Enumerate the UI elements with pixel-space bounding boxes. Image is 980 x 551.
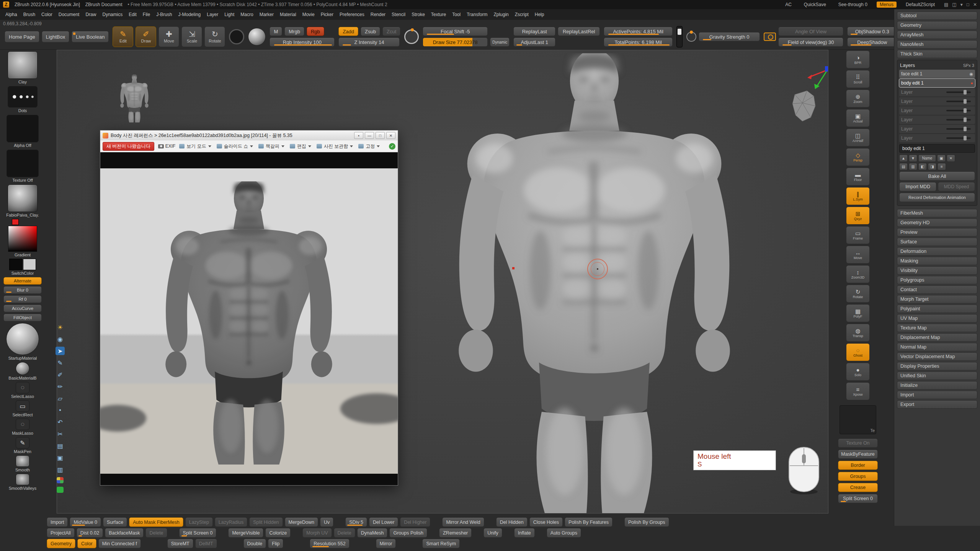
tray-selector[interactable]: Dots — [8, 86, 38, 113]
bottom-bar-button[interactable]: Surface — [103, 517, 127, 527]
layer-row[interactable]: Layer — [899, 134, 975, 142]
bottom-bar-button[interactable]: Del Higher — [400, 517, 430, 527]
layer-state-icon[interactable]: ◉ — [969, 72, 973, 77]
transform-tool-button[interactable]: ✐ Draw — [136, 26, 156, 47]
bottom-bar-button[interactable]: Del Lower — [369, 517, 398, 527]
layer-intensity-slider[interactable] — [946, 110, 971, 111]
menu-item[interactable]: Document — [56, 9, 83, 20]
color-picker[interactable]: Gradient — [8, 219, 37, 257]
rail-button[interactable]: ▣ Actual — [846, 109, 870, 127]
bottom-bar-button[interactable]: StoreMT — [167, 539, 193, 548]
side-tool-icon[interactable]: ◉ — [56, 335, 65, 343]
menu-item[interactable]: Help — [532, 9, 547, 20]
rail-button[interactable]: ● Solo — [846, 363, 870, 381]
bottom-bar-button[interactable]: Morph UV — [302, 528, 332, 538]
palette-section[interactable]: Subtool — [897, 11, 977, 20]
layer-state-icon[interactable]: ● — [970, 81, 973, 85]
menu-item[interactable]: Macro — [237, 9, 256, 20]
tray-thumbnail[interactable] — [16, 455, 29, 467]
adjust-last-slider[interactable]: AdjustLast 1 — [513, 37, 555, 47]
gradient-picker[interactable] — [8, 226, 37, 252]
photo-window-button[interactable]: ▪ — [354, 132, 363, 139]
bottom-bar-button[interactable]: Unify — [483, 528, 502, 538]
shelf-nav-button[interactable]: Live Boolean — [72, 31, 109, 42]
layer-intensity-slider[interactable] — [946, 128, 971, 130]
tray-button[interactable]: FillObject — [3, 314, 42, 321]
layer-tool-button[interactable]: ▤ — [899, 163, 908, 170]
check-icon[interactable]: ✓ — [389, 143, 395, 150]
rail-button[interactable]: ↻ Rotate — [846, 285, 870, 303]
rail-button[interactable]: ▦ PolyF — [846, 304, 870, 322]
palette-section[interactable]: UV Map — [897, 314, 977, 323]
bottom-bar-button[interactable]: Double — [243, 539, 266, 548]
layer-reorder-button[interactable]: ▼ — [909, 155, 917, 162]
palette-section[interactable]: Normal Map — [897, 343, 977, 351]
palette-section[interactable]: Unified Skin — [897, 372, 977, 380]
bottom-bar-button[interactable]: LazyStep — [185, 517, 213, 527]
tray-selector[interactable]: Alpha Off — [7, 115, 39, 148]
bottom-bar-button[interactable]: Auto Groups — [547, 528, 581, 538]
layer-row[interactable]: Layer — [899, 97, 975, 106]
brush-size-preview[interactable] — [404, 29, 419, 44]
palette-section[interactable]: Thick Skin — [897, 50, 977, 58]
palette-section[interactable]: NanoMesh — [897, 40, 977, 49]
transform-tool-button[interactable]: ⇲ Scale — [181, 26, 202, 47]
texture-preview[interactable]: Te — [840, 405, 876, 434]
tray-selector[interactable]: ▭ SelectRect — [12, 400, 33, 417]
bottom-bar-button[interactable]: Mirror And Weld — [442, 517, 484, 527]
switch-color[interactable]: SwitchColor — [9, 259, 36, 276]
palette-section[interactable]: Preview — [897, 228, 977, 236]
menu-item[interactable]: Zscript — [512, 9, 532, 20]
palette-section[interactable]: Geometry — [897, 21, 977, 29]
menu-item[interactable]: Movie — [299, 9, 318, 20]
exif-button[interactable]: EXIF — [158, 143, 176, 149]
bottom-bar-button[interactable]: Mirror — [376, 539, 396, 548]
rail-button[interactable]: ⠿ Scroll — [846, 70, 870, 88]
bottom-bar-button[interactable]: DelMT — [195, 539, 217, 548]
side-tool-icon[interactable]: ▣ — [56, 453, 65, 462]
rail-bottom-button[interactable]: Texture On — [838, 439, 878, 448]
deep-shadow-slider[interactable]: DeepShadow — [847, 37, 897, 47]
menu-item[interactable]: Stroke — [408, 9, 428, 20]
menu-item[interactable]: Draw — [82, 9, 99, 20]
palette-section[interactable]: Deformation — [897, 247, 977, 256]
transform-tool-button[interactable]: ✚ Move — [158, 26, 179, 47]
bottom-bar-button[interactable]: Import — [47, 517, 68, 527]
menu-item[interactable]: Zplugin — [490, 9, 511, 20]
layer-tool-button[interactable]: ◧ — [918, 163, 927, 170]
camera-orientation-head[interactable] — [787, 88, 818, 123]
rail-button[interactable]: ◌ Ghost — [846, 343, 870, 361]
side-tool-icon[interactable]: ↶ — [56, 418, 65, 426]
layer-row[interactable]: face edit 1 ◉ — [899, 70, 975, 78]
rgb-button[interactable]: Rgb — [307, 27, 324, 36]
menu-item[interactable]: Texture — [428, 9, 449, 20]
bottom-bar-button[interactable]: MergeDown — [285, 517, 318, 527]
palette-section[interactable]: FiberMesh — [897, 209, 977, 217]
draw-size-slider[interactable]: Draw Size 77.02378 — [423, 37, 488, 47]
titlebar-quick-button[interactable]: QuickSave — [801, 2, 829, 8]
shelf-vertical-slider[interactable] — [676, 26, 683, 47]
palette-section[interactable]: Vector Displacement Map — [897, 352, 977, 361]
photo-window-button[interactable]: □ — [376, 132, 385, 139]
tray-selector[interactable]: StartupMaterial — [6, 323, 39, 360]
bottom-bar-button[interactable]: Split Screen 0 — [179, 528, 217, 538]
titlebar-icon[interactable]: ◫ — [952, 2, 956, 7]
tray-thumbnail[interactable] — [7, 150, 39, 177]
palette-section[interactable]: Texture Map — [897, 324, 977, 332]
focal-shift-slider[interactable]: Focal Shift -5 — [423, 27, 488, 36]
replay-last-button[interactable]: ReplayLast — [513, 27, 555, 36]
titlebar-icon[interactable]: ▾ — [960, 2, 963, 7]
photo-viewer-window[interactable]: Body 사진 레퍼런스 > 26e1c1eef58ae9ab0122abd39… — [100, 130, 398, 486]
titlebar-quick-button[interactable]: Menus — [877, 2, 897, 8]
menu-item[interactable]: Stencil — [389, 9, 408, 20]
stroke-preview[interactable] — [229, 29, 244, 44]
layer-row[interactable]: Layer — [899, 106, 975, 115]
layer-tool-button[interactable]: ▥ — [909, 163, 917, 170]
tray-thumbnail[interactable] — [8, 184, 38, 212]
main-color-swatch[interactable] — [9, 259, 22, 270]
bottom-bar-button[interactable]: ProjectAll — [47, 528, 75, 538]
tray-selector[interactable]: Clay — [8, 51, 38, 84]
photo-window-button[interactable]: ✕ — [386, 132, 395, 139]
bottom-bar-button[interactable]: Polish By Features — [565, 517, 612, 527]
rail-button[interactable]: ▭ Frame — [846, 226, 870, 244]
